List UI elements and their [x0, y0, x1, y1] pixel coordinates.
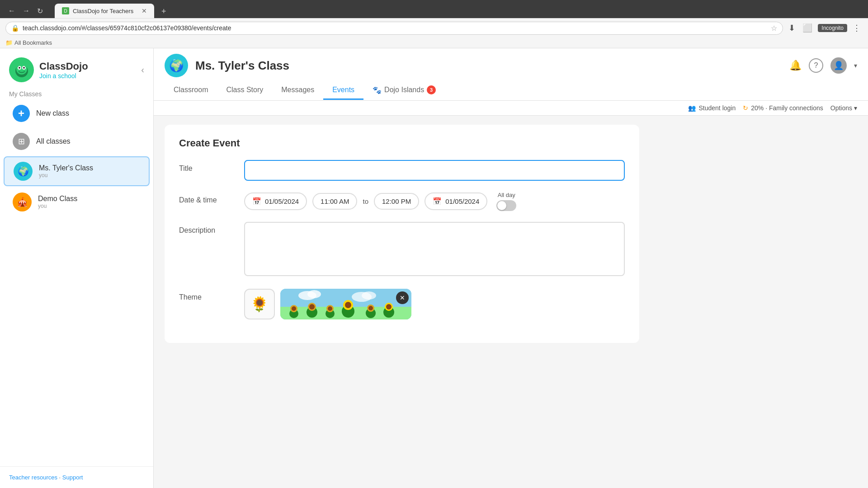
datetime-control: 📅 01/05/2024 11:00 AM to 12:00 PM: [244, 192, 625, 211]
all-classes-item[interactable]: ⊞ All classes: [4, 128, 150, 155]
description-textarea[interactable]: [244, 222, 625, 276]
options-button[interactable]: Options ▾: [830, 104, 857, 112]
title-row: Title: [179, 160, 625, 181]
classdojo-logo: [9, 57, 34, 82]
allday-label: All day: [498, 192, 515, 198]
theme-form-row: Theme 🌻: [179, 289, 625, 319]
class-title-area: 🌍 Ms. Tyler's Class: [165, 54, 289, 77]
description-row: Description: [179, 222, 625, 278]
bell-button[interactable]: 🔔: [789, 60, 802, 71]
theme-close-button[interactable]: ✕: [396, 291, 409, 304]
ms-tyler-avatar: 🌍: [14, 162, 33, 181]
dojo-badge: 3: [427, 85, 436, 94]
user-menu-chevron[interactable]: ▾: [854, 62, 857, 69]
demo-class-role: you: [38, 203, 77, 209]
forward-button[interactable]: →: [20, 5, 33, 17]
svg-point-27: [386, 304, 392, 310]
tab-class-story[interactable]: Class Story: [217, 81, 272, 100]
tab-title: ClassDojo for Teachers: [73, 8, 133, 14]
new-class-item[interactable]: + New class: [4, 100, 150, 127]
theme-icon-box[interactable]: 🌻: [244, 289, 275, 319]
ms-tyler-class-info: Ms. Tyler's Class you: [39, 164, 93, 178]
new-class-icon: +: [13, 105, 30, 122]
class-header-top: 🌍 Ms. Tyler's Class 🔔 ? 👤 ▾: [165, 54, 857, 77]
help-button[interactable]: ?: [809, 58, 823, 73]
teacher-resources-link[interactable]: Teacher resources: [9, 474, 57, 481]
tab-favicon: D: [62, 7, 69, 14]
refresh-button[interactable]: ↻: [34, 5, 46, 17]
start-time-field[interactable]: 11:00 AM: [312, 193, 357, 210]
family-connections-icon: ↻: [743, 104, 748, 112]
end-date-field[interactable]: 📅 01/05/2024: [425, 192, 487, 210]
svg-point-24: [368, 306, 373, 310]
nav-tabs: Classroom Class Story Messages Events 🐾 …: [165, 81, 857, 100]
tab-events[interactable]: Events: [323, 81, 363, 100]
demo-class-item[interactable]: 🎪 Demo Class you: [4, 188, 150, 216]
brand-name: ClassDojo: [39, 61, 88, 72]
class-globe-icon: 🌍: [165, 54, 188, 77]
theme-preview-image: [280, 289, 411, 319]
all-classes-label: All classes: [36, 137, 71, 145]
end-date-value: 01/05/2024: [445, 197, 479, 205]
back-button[interactable]: ←: [5, 5, 18, 17]
star-icon[interactable]: ☆: [771, 24, 777, 33]
tab-close-button[interactable]: ✕: [142, 7, 147, 14]
student-login-button[interactable]: 👥 Student login: [688, 104, 736, 112]
brand-info: ClassDojo Join a school: [39, 61, 88, 80]
start-date-value: 01/05/2024: [265, 197, 299, 205]
theme-preview[interactable]: ✕: [280, 289, 411, 319]
end-time-value: 12:00 PM: [382, 197, 411, 205]
ms-tyler-class-role: you: [39, 172, 93, 178]
title-control: [244, 160, 625, 181]
new-tab-button[interactable]: +: [158, 5, 170, 18]
title-input[interactable]: [244, 160, 625, 181]
all-classes-icon: ⊞: [13, 133, 30, 150]
content-area: Create Event Title Date & time 📅: [154, 116, 868, 488]
datetime-fields: 📅 01/05/2024 11:00 AM to 12:00 PM: [244, 192, 625, 211]
student-login-icon: 👥: [688, 104, 696, 112]
end-time-field[interactable]: 12:00 PM: [374, 193, 419, 210]
datetime-row: Date & time 📅 01/05/2024 11:00 AM to: [179, 192, 625, 211]
browser-tab[interactable]: D ClassDojo for Teachers ✕: [55, 4, 154, 18]
ms-tyler-class-item[interactable]: 🌍 Ms. Tyler's Class you: [4, 156, 150, 186]
svg-point-5: [23, 67, 25, 69]
menu-button[interactable]: ⋮: [851, 21, 863, 35]
title-label: Title: [179, 160, 233, 173]
tablet-mode-button[interactable]: ⬜: [801, 21, 814, 35]
theme-row: 🌻: [244, 289, 625, 319]
allday-toggle[interactable]: [496, 200, 516, 211]
demo-class-name: Demo Class: [38, 195, 77, 203]
header-actions: 🔔 ? 👤 ▾: [789, 57, 857, 74]
support-link[interactable]: Support: [62, 474, 83, 481]
collapse-sidebar-button[interactable]: ‹: [141, 65, 144, 75]
allday-section: All day: [496, 192, 516, 211]
svg-point-12: [292, 306, 296, 311]
tab-dojo-islands[interactable]: 🐾 Dojo Islands 3: [363, 81, 445, 100]
main-content: 🌍 Ms. Tyler's Class 🔔 ? 👤 ▾ Classroom Cl…: [154, 48, 868, 488]
lock-icon: 🔒: [11, 24, 19, 32]
demo-class-info: Demo Class you: [38, 195, 77, 209]
svg-point-15: [309, 304, 315, 310]
ms-tyler-class-name: Ms. Tyler's Class: [39, 164, 93, 172]
family-connections-label: 20% · Family connections: [751, 104, 823, 112]
url-input[interactable]: [23, 24, 767, 32]
start-time-value: 11:00 AM: [321, 197, 349, 205]
download-button[interactable]: ⬇: [787, 21, 797, 35]
theme-control: 🌻: [244, 289, 625, 319]
family-connections[interactable]: ↻ 20% · Family connections: [743, 104, 823, 112]
sidebar-header: ClassDojo Join a school ‹: [0, 48, 153, 87]
tab-messages[interactable]: Messages: [272, 81, 323, 100]
bookmarks-label: All Bookmarks: [14, 39, 52, 46]
class-header: 🌍 Ms. Tyler's Class 🔔 ? 👤 ▾ Classroom Cl…: [154, 48, 868, 101]
join-school-link[interactable]: Join a school: [39, 72, 88, 80]
bookmarks-icon: 📁: [5, 39, 13, 46]
tab-classroom[interactable]: Classroom: [165, 81, 217, 100]
start-date-field[interactable]: 📅 01/05/2024: [244, 192, 307, 210]
dojo-islands-label: Dojo Islands: [384, 86, 424, 94]
new-class-label: New class: [36, 109, 69, 117]
user-avatar-button[interactable]: 👤: [830, 57, 847, 74]
theme-label: Theme: [179, 289, 233, 301]
address-bar[interactable]: 🔒 ☆: [5, 22, 783, 35]
sub-header: 👥 Student login ↻ 20% · Family connectio…: [154, 101, 868, 116]
sidebar-footer: Teacher resources · Support: [0, 466, 153, 488]
